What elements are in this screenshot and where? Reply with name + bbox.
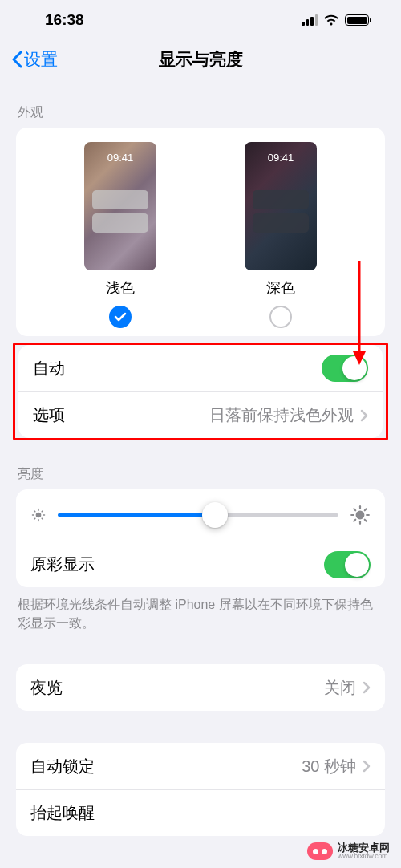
- status-indicators: [302, 14, 369, 26]
- truetone-row: 原彩显示: [16, 541, 385, 587]
- autolock-label: 自动锁定: [30, 756, 95, 777]
- dark-preview: 09:41: [245, 142, 317, 270]
- appearance-section-label: 外观: [0, 79, 401, 128]
- auto-label: 自动: [33, 358, 65, 379]
- autolock-value: 30 秒钟: [302, 756, 356, 777]
- svg-line-17: [354, 520, 355, 521]
- theme-dark[interactable]: 09:41 深色: [233, 142, 329, 328]
- brightness-card: 原彩显示: [16, 489, 385, 587]
- svg-point-10: [356, 511, 365, 520]
- brightness-slider-row: [16, 489, 385, 541]
- cellular-signal-icon: [302, 14, 318, 26]
- appearance-card: 09:41 浅色 09:41 深色: [16, 128, 385, 336]
- dark-label: 深色: [266, 278, 295, 298]
- svg-line-7: [42, 518, 43, 519]
- chevron-right-icon: [363, 760, 371, 773]
- svg-line-18: [365, 509, 367, 510]
- svg-line-8: [34, 518, 35, 519]
- svg-line-16: [365, 520, 367, 521]
- sun-small-icon: [30, 507, 47, 523]
- nightshift-label: 夜览: [30, 677, 63, 699]
- light-radio[interactable]: [109, 306, 132, 328]
- options-row[interactable]: 选项 日落前保持浅色外观: [18, 391, 383, 438]
- autolock-row[interactable]: 自动锁定 30 秒钟: [16, 743, 385, 789]
- autolock-card: 自动锁定 30 秒钟 抬起唤醒: [16, 743, 385, 836]
- status-bar: 16:38: [0, 0, 401, 40]
- nightshift-value: 关闭: [324, 677, 356, 699]
- svg-line-15: [354, 509, 355, 510]
- svg-line-9: [42, 511, 43, 512]
- watermark-url: www.btxtdw.com: [338, 853, 390, 860]
- chevron-left-icon: [11, 51, 22, 68]
- truetone-footer: 根据环境光线条件自动调整 iPhone 屏幕以在不同环境下保持色彩显示一致。: [0, 587, 401, 632]
- auto-toggle[interactable]: [322, 355, 368, 382]
- nightshift-row[interactable]: 夜览 关闭: [16, 664, 385, 711]
- truetone-toggle[interactable]: [324, 551, 371, 578]
- chevron-right-icon: [360, 409, 368, 422]
- back-label: 设置: [24, 48, 58, 71]
- light-preview: 09:41: [84, 142, 156, 270]
- sun-large-icon: [350, 505, 371, 525]
- watermark-logo-icon: [307, 842, 333, 860]
- theme-light[interactable]: 09:41 浅色: [72, 142, 168, 328]
- options-label: 选项: [33, 404, 65, 426]
- svg-point-1: [36, 513, 42, 518]
- watermark: 冰糖安卓网 www.btxtdw.com: [307, 842, 390, 860]
- raise-label: 抬起唤醒: [30, 802, 95, 824]
- back-button[interactable]: 设置: [11, 48, 58, 71]
- battery-icon: [345, 14, 369, 26]
- annotation-highlight: 自动 选项 日落前保持浅色外观: [13, 343, 388, 440]
- status-time: 16:38: [45, 11, 84, 29]
- navigation-bar: 设置 显示与亮度: [0, 40, 401, 79]
- chevron-right-icon: [363, 681, 371, 694]
- truetone-label: 原彩显示: [30, 554, 95, 575]
- wifi-icon: [323, 14, 339, 26]
- svg-line-6: [34, 511, 35, 512]
- raise-to-wake-row: 抬起唤醒: [16, 789, 385, 836]
- options-value: 日落前保持浅色外观: [209, 404, 354, 426]
- light-label: 浅色: [106, 278, 135, 298]
- dark-radio[interactable]: [269, 306, 292, 328]
- brightness-slider[interactable]: [58, 513, 338, 517]
- brightness-section-label: 亮度: [0, 440, 401, 489]
- page-title: 显示与亮度: [159, 48, 243, 71]
- auto-row: 自动: [18, 345, 383, 391]
- nightshift-card: 夜览 关闭: [16, 664, 385, 711]
